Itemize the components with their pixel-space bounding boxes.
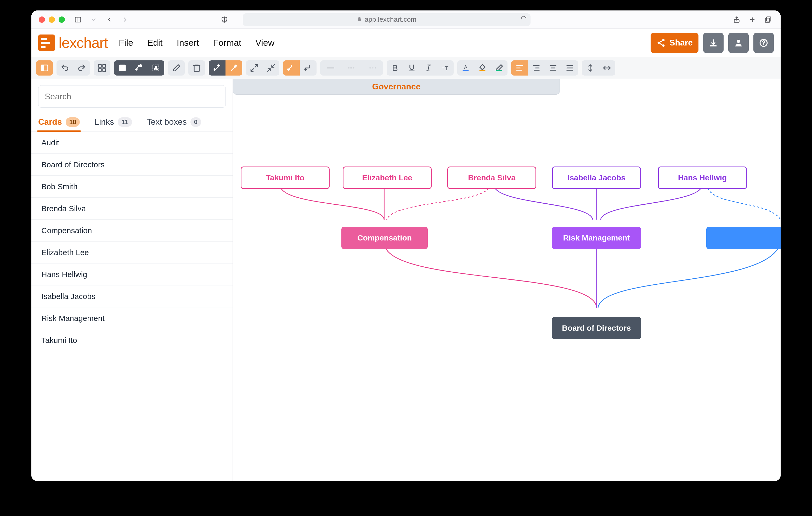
svg-point-8	[662, 39, 665, 41]
align-justify-button[interactable]	[561, 60, 578, 75]
document-title: Governance	[372, 82, 420, 91]
list-item[interactable]: Risk Management	[31, 307, 233, 329]
magic-layout-button[interactable]	[209, 60, 226, 75]
align-center-button[interactable]	[545, 60, 561, 75]
card-compensation[interactable]: Compensation	[341, 226, 428, 249]
align-right-button[interactable]	[528, 60, 545, 75]
reload-button[interactable]	[521, 16, 527, 24]
minimize-window-button[interactable]	[49, 17, 55, 23]
maximize-window-button[interactable]	[59, 17, 65, 23]
tab-links-label: Links	[94, 117, 114, 127]
border-color-button[interactable]	[491, 60, 508, 75]
card-hans-hellwig[interactable]: Hans Hellwig	[658, 166, 747, 189]
svg-rect-46	[496, 70, 502, 71]
flip-vertical-button[interactable]	[582, 60, 599, 75]
underline-button[interactable]	[403, 60, 420, 75]
share-button[interactable]: Share	[650, 33, 698, 53]
sidebar-tabs: Cards 10 Links 11 Text boxes 0	[31, 108, 233, 131]
sidebar-toggle-button[interactable]	[73, 14, 83, 25]
nav-back-button[interactable]	[104, 14, 115, 25]
address-bar-url: app.lexchart.com	[365, 16, 416, 24]
share-sheet-button[interactable]	[731, 14, 742, 25]
font-size-button[interactable]: TT	[437, 60, 454, 75]
tab-textboxes-count: 0	[191, 117, 201, 127]
nav-forward-button[interactable]	[120, 14, 130, 25]
tab-links-count: 11	[118, 117, 132, 127]
connector-elbow-button[interactable]	[300, 60, 317, 75]
tab-textboxes[interactable]: Text boxes 0	[147, 117, 201, 131]
tab-cards[interactable]: Cards 10	[38, 117, 80, 131]
svg-line-40	[428, 65, 429, 71]
tabs-overview-button[interactable]	[763, 14, 773, 25]
auto-layout-button[interactable]	[226, 60, 242, 75]
svg-point-14	[737, 40, 740, 43]
card-elizabeth-lee[interactable]: Elizabeth Lee	[343, 166, 432, 189]
bold-button[interactable]	[387, 60, 403, 75]
redo-button[interactable]	[73, 60, 90, 75]
grid-view-button[interactable]	[94, 60, 110, 75]
card-risk-management[interactable]: Risk Management	[552, 226, 641, 249]
menu-view[interactable]: View	[255, 38, 274, 48]
menu-insert[interactable]: Insert	[177, 38, 199, 48]
list-item[interactable]: Audit	[31, 132, 233, 154]
svg-point-10	[662, 44, 665, 47]
align-left-button[interactable]	[511, 60, 528, 75]
list-item[interactable]: Board of Directors	[31, 154, 233, 176]
privacy-shield-button[interactable]	[219, 14, 230, 25]
new-tab-button[interactable]	[747, 14, 758, 25]
chart-canvas[interactable]: Governance Takumi Ito Elizabeth	[233, 79, 781, 481]
menu-edit[interactable]: Edit	[147, 38, 163, 48]
tab-cards-count: 10	[66, 117, 80, 127]
svg-rect-45	[480, 70, 486, 71]
expand-button[interactable]	[246, 60, 263, 75]
collapse-button[interactable]	[263, 60, 280, 75]
account-button[interactable]	[728, 33, 749, 53]
svg-rect-7	[765, 18, 770, 22]
document-tab[interactable]: Governance	[233, 79, 560, 95]
list-item[interactable]: Hans Hellwig	[31, 264, 233, 285]
line-solid-button[interactable]	[320, 60, 341, 75]
svg-rect-22	[103, 69, 106, 71]
card-brenda-silva[interactable]: Brenda Silva	[447, 166, 536, 189]
text-color-button[interactable]: A	[457, 60, 474, 75]
tab-cards-label: Cards	[38, 117, 62, 127]
menu-format[interactable]: Format	[213, 38, 241, 48]
search-input[interactable]	[38, 85, 226, 108]
flip-horizontal-button[interactable]	[599, 60, 615, 75]
share-button-label: Share	[669, 38, 693, 48]
svg-rect-6	[766, 17, 771, 21]
tab-links[interactable]: Links 11	[94, 117, 132, 131]
card-takumi-ito[interactable]: Takumi Ito	[241, 166, 329, 189]
list-item[interactable]: Brenda Silva	[31, 198, 233, 219]
address-bar[interactable]: app.lexchart.com	[243, 13, 530, 26]
close-window-button[interactable]	[39, 17, 45, 23]
connector-curved-button[interactable]	[283, 60, 300, 75]
delete-button[interactable]	[188, 60, 205, 75]
list-item[interactable]: Takumi Ito	[31, 329, 233, 351]
fill-color-button[interactable]	[474, 60, 491, 75]
list-item[interactable]: Isabella Jacobs	[31, 285, 233, 307]
card-board-of-directors[interactable]: Board of Directors	[552, 317, 641, 339]
svg-rect-0	[75, 17, 81, 22]
toggle-sidebar-button[interactable]	[36, 60, 53, 75]
line-dashed-button[interactable]	[341, 60, 362, 75]
italic-button[interactable]	[420, 60, 437, 75]
add-link-button[interactable]	[131, 60, 148, 75]
add-textbox-button[interactable]: A	[148, 60, 164, 75]
card-audit[interactable]: Au	[706, 226, 781, 249]
list-item[interactable]: Elizabeth Lee	[31, 242, 233, 264]
app-logo[interactable]: lexchart	[38, 34, 108, 51]
line-dotted-button[interactable]	[362, 60, 383, 75]
card-isabella-jacobs[interactable]: Isabella Jacobs	[552, 166, 641, 189]
edit-button[interactable]	[168, 60, 185, 75]
add-card-button[interactable]	[114, 60, 131, 75]
help-button[interactable]	[753, 33, 774, 53]
menu-file[interactable]: File	[119, 38, 133, 48]
undo-button[interactable]	[57, 60, 73, 75]
svg-text:A: A	[154, 65, 157, 71]
list-item[interactable]: Compensation	[31, 219, 233, 242]
download-button[interactable]	[703, 33, 724, 53]
list-item[interactable]: Bob Smith	[31, 176, 233, 198]
svg-point-26	[139, 65, 142, 67]
chevron-down-icon[interactable]	[88, 14, 99, 25]
